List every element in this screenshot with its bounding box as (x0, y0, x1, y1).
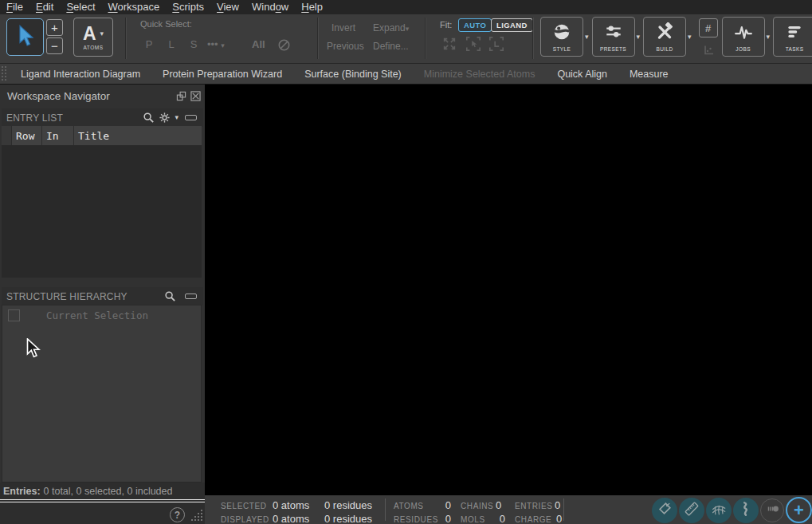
zoom-in-button[interactable]: + (46, 19, 63, 36)
quick-select-all-button[interactable]: All (252, 38, 265, 50)
selection-tool-button[interactable] (6, 18, 44, 56)
resize-grip-icon[interactable] (191, 509, 203, 524)
toolbar-drag-handle[interactable] (1, 65, 7, 83)
residues-count-label: RESIDUES (394, 515, 440, 524)
gear-icon[interactable] (159, 112, 171, 124)
search-icon[interactable] (164, 290, 176, 302)
current-selection-row[interactable]: Current Selection (2, 305, 201, 325)
column-header-title[interactable]: Title (74, 126, 202, 145)
favorites-item[interactable]: Surface (Binding Site) (304, 69, 402, 80)
toolbar-divider (425, 18, 426, 59)
fit-ligand-icon[interactable] (488, 36, 504, 55)
quick-select-ligand-button[interactable]: L (166, 38, 177, 50)
entry-list-title: ENTRY LIST (2, 112, 143, 124)
atoms-select-button[interactable]: A ▾ ATOMS (73, 18, 113, 57)
presets-label: PRESETS (600, 46, 626, 52)
mols-count-value: 0 (488, 513, 505, 524)
menubar-item[interactable]: Workspace (102, 0, 167, 14)
current-selection-checkbox[interactable] (8, 309, 20, 321)
fit-label: Fit: (440, 20, 452, 30)
style-icon (552, 22, 571, 45)
menubar-item[interactable]: File (0, 0, 29, 14)
favorites-item[interactable]: Protein Preparation Wizard (163, 69, 282, 80)
invert-selection-button[interactable]: Invert (331, 22, 355, 33)
add-entry-button[interactable]: + (786, 497, 812, 523)
favorites-item[interactable]: Measure (630, 69, 669, 80)
collapse-section-icon[interactable] (185, 294, 197, 299)
status-divider (385, 498, 386, 521)
float-panel-icon[interactable] (176, 91, 186, 101)
ribbon-helix-icon (738, 501, 754, 520)
ribbon-button[interactable] (733, 498, 759, 523)
help-button[interactable]: ? (170, 507, 185, 522)
close-panel-icon[interactable] (190, 91, 201, 101)
measure-button[interactable] (679, 498, 704, 523)
favorites-item[interactable]: Minimize Selected Atoms (424, 69, 535, 80)
presets-group[interactable]: PRESETS ▾ (592, 17, 644, 57)
label-atoms-button[interactable] (652, 498, 677, 523)
main-toolbar: + − A ▾ ATOMS Quick Select: P L S ••• ▾ … (0, 14, 812, 64)
chains-count-label: CHAINS (461, 502, 496, 510)
quick-select-more-button[interactable]: ••• ▾ (207, 38, 225, 50)
atoms-count-label: ATOMS (394, 502, 432, 510)
menu-label-accel: E (36, 1, 43, 13)
entry-list-body[interactable] (2, 145, 202, 278)
residues-count-value: 0 (440, 513, 451, 524)
surface-button[interactable] (706, 498, 732, 523)
quick-select-solvent-button[interactable]: S (188, 38, 199, 50)
fit-auto-toggle[interactable]: AUTO (458, 18, 492, 32)
jobs-button[interactable]: JOBS (722, 17, 765, 57)
tasks-group[interactable]: TASKS ▾ (773, 17, 812, 57)
chevron-down-icon[interactable]: ▾ (637, 33, 641, 41)
chains-count-value: 0 (496, 499, 505, 511)
tasks-icon (785, 22, 804, 45)
chevron-down-icon[interactable]: ▾ (767, 33, 771, 41)
menubar-item[interactable]: Help (295, 0, 329, 14)
menubar-item[interactable]: Window (245, 0, 295, 14)
fit-selection-icon[interactable] (465, 36, 481, 55)
column-header-in[interactable]: In (42, 126, 74, 145)
build-group[interactable]: BUILD ▾ (643, 17, 695, 57)
expand-label: Expand (373, 22, 406, 33)
workspace-3d-canvas[interactable] (205, 85, 812, 494)
fit-ligand-toggle[interactable]: LIGAND (491, 18, 533, 32)
build-button[interactable]: BUILD (643, 17, 686, 57)
expand-selection-button[interactable]: Expand▾ (373, 22, 409, 33)
chevron-down-icon[interactable]: ▾ (688, 33, 692, 41)
presets-button[interactable]: PRESETS (592, 17, 635, 57)
atoms-count-value: 0 (432, 499, 451, 511)
define-selection-button[interactable]: Define... (373, 41, 409, 52)
structure-hierarchy-body[interactable]: Current Selection (2, 305, 202, 483)
displayed-label: DISPLAYED (221, 515, 273, 524)
charge-count-label: CHARGE (515, 515, 556, 524)
workspace-actions-toggle[interactable] (760, 498, 784, 522)
menubar-item[interactable]: Select (60, 0, 101, 14)
status-bar: SELECTED 0 atoms 0 residues DISPLAYED 0 … (205, 494, 812, 524)
entries-count-label: ENTRIES (515, 502, 555, 510)
chevron-down-icon[interactable]: ▾ (175, 114, 178, 121)
style-group[interactable]: STYLE ▾ (540, 17, 592, 57)
menubar-item[interactable]: Scripts (166, 0, 210, 14)
zoom-out-button[interactable]: − (46, 37, 63, 54)
menubar-item[interactable]: View (210, 0, 245, 14)
tasks-button[interactable]: TASKS (773, 17, 812, 57)
workspace-grid-button[interactable]: # (699, 18, 718, 37)
favorites-item[interactable]: Quick Align (557, 69, 607, 80)
column-header-row[interactable]: Row (12, 126, 42, 145)
style-button[interactable]: STYLE (540, 17, 583, 57)
ruler-icon (684, 501, 700, 520)
deselect-icon[interactable] (277, 38, 291, 55)
plot-icon[interactable] (702, 44, 715, 60)
previous-selection-button[interactable]: Previous (327, 41, 364, 52)
selected-residues: 0 residues (324, 499, 372, 511)
jobs-group[interactable]: JOBS ▾ (722, 17, 774, 57)
fit-all-icon[interactable] (441, 36, 457, 55)
menubar-item[interactable]: Edit (29, 0, 60, 14)
chevron-down-icon: ▾ (406, 25, 410, 33)
collapse-section-icon[interactable] (185, 115, 197, 120)
grid-column: # (696, 17, 720, 60)
chevron-down-icon[interactable]: ▾ (585, 33, 589, 41)
quick-select-protein-button[interactable]: P (143, 38, 155, 50)
search-icon[interactable] (143, 112, 155, 124)
favorites-item[interactable]: Ligand Interaction Diagram (21, 69, 140, 80)
